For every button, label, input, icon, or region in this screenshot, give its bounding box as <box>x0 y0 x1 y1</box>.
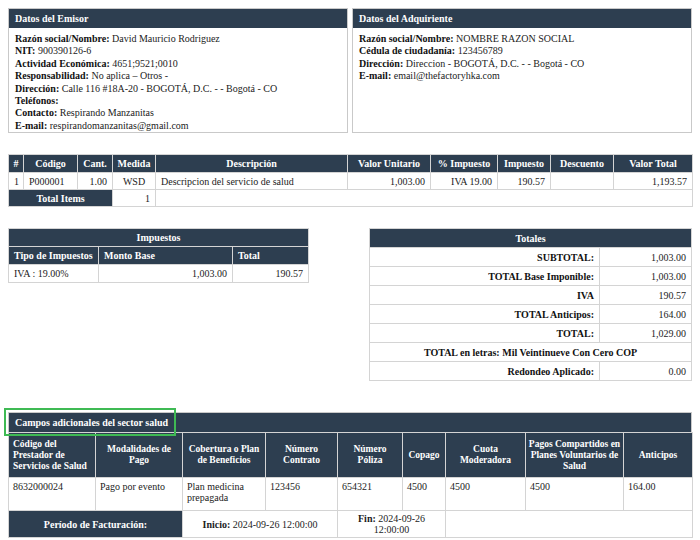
cell-anticipos: 164.00 <box>624 478 693 511</box>
field-email: E-mail: email@thefactoryhka.com <box>359 70 685 82</box>
adquiriente-panel: Datos del Adquiriente Razón social/Nombr… <box>352 8 692 133</box>
col-header-copago: Copago <box>403 433 446 478</box>
total-row-label: Redondeo Aplicado: <box>369 362 599 381</box>
items-table: # Código Cant. Medida Descripción Valor … <box>8 154 693 207</box>
field-value: 123456789 <box>458 45 503 56</box>
col-header-medida: Medida <box>113 155 156 173</box>
totales-row-base-imponible: TOTAL Base Imponible: 1,003.00 <box>369 267 691 286</box>
field-label: Teléfonos: <box>15 95 59 106</box>
field-responsabilidad: Responsabilidad: No aplica – Otros - <box>15 70 341 82</box>
total-row-value: 0.00 <box>599 362 691 381</box>
col-header-pagos-compartidos: Pagos Compartidos en Planes Voluntarios … <box>526 433 624 478</box>
cell-codigo-prestador: 8632000024 <box>9 478 96 511</box>
cell-pct-impuesto: IVA 19.00 <box>431 173 498 190</box>
salud-title-bar: Campos adicionales del sector salud <box>8 412 692 432</box>
cell-impuesto: 190.57 <box>498 173 551 190</box>
cell-modalidades-pago: Pago por evento <box>96 478 183 511</box>
col-header-modalidades-pago: Modalidades de Pago <box>96 433 183 478</box>
field-contacto: Contacto: Respirando Manzanitas <box>15 107 341 119</box>
cell-copago: 4500 <box>403 478 446 511</box>
cell-tipo-impuesto: IVA : 19.00% <box>9 265 99 283</box>
field-label: Razón social/Nombre: <box>15 33 110 44</box>
field-razon-social: Razón social/Nombre: David Mauricio Rodr… <box>15 33 341 45</box>
totales-row-total: TOTAL: 1,029.00 <box>369 324 691 343</box>
adquiriente-fields: Razón social/Nombre: NOMBRE RAZON SOCIAL… <box>353 28 691 87</box>
impuestos-table: Impuestos Tipo de Impuestos Monto Base T… <box>8 228 309 283</box>
col-header-numero-contrato: Número Contrato <box>266 433 338 478</box>
field-label: Contacto: <box>15 107 57 118</box>
fin-value: 2024-09-26 12:00:00 <box>374 513 425 535</box>
field-telefonos: Teléfonos: <box>15 95 341 107</box>
letras-label: TOTAL en letras: <box>424 347 500 358</box>
col-header-codigo-prestador: Código del Prestador de Servicios de Sal… <box>9 433 96 478</box>
cell-monto-base: 1,003.00 <box>99 265 233 283</box>
impuestos-header-row: Tipo de Impuestos Monto Base Total <box>9 247 309 265</box>
periodo-filler <box>446 511 693 538</box>
totales-row-redondeo: Redondeo Aplicado: 0.00 <box>369 362 691 381</box>
totales-table: Totales SUBTOTAL: 1,003.00 TOTAL Base Im… <box>369 228 692 381</box>
total-items-row: Total Items 1 <box>9 190 693 207</box>
col-header-anticipos: Anticipos <box>624 433 693 478</box>
field-value: email@thefactoryhka.com <box>394 70 500 81</box>
total-row-label: TOTAL Base Imponible: <box>369 267 599 286</box>
emisor-title-bar: Datos del Emisor <box>9 9 347 28</box>
field-value: Direccion - BOGOTÁ, D.C. - - Bogotá - CO <box>406 58 585 69</box>
field-razon-social: Razón social/Nombre: NOMBRE RAZON SOCIAL <box>359 33 685 45</box>
field-direccion: Dirección: Calle 116 #18A-20 - BOGOTÁ, D… <box>15 83 341 95</box>
field-direccion: Dirección: Direccion - BOGOTÁ, D.C. - - … <box>359 58 685 70</box>
cell-medida: WSD <box>113 173 156 190</box>
cell-valor-total: 1,193.57 <box>614 173 693 190</box>
col-header-cuota-moderadora: Cuota Moderadora <box>446 433 526 478</box>
field-label: E-mail: <box>359 70 391 81</box>
field-value: NOMBRE RAZON SOCIAL <box>456 33 574 44</box>
field-value: 900390126-6 <box>38 45 91 56</box>
cell-valor-unitario: 1,003.00 <box>348 173 431 190</box>
field-value: No aplica – Otros - <box>91 70 168 81</box>
col-header-descripcion: Descripción <box>156 155 348 173</box>
salud-table: Código del Prestador de Servicios de Sal… <box>8 432 693 538</box>
totales-row-anticipos: TOTAL Anticipos: 164.00 <box>369 305 691 324</box>
total-row-label: TOTAL: <box>369 324 599 343</box>
total-row-value: 1,003.00 <box>599 267 691 286</box>
impuestos-data-row: IVA : 19.00% 1,003.00 190.57 <box>9 265 309 283</box>
col-header-descuento: Descuento <box>551 155 614 173</box>
salud-section: Campos adicionales del sector salud Códi… <box>8 412 692 538</box>
field-value: respirandomanzanitas@gmail.com <box>50 120 189 131</box>
field-label: Dirección: <box>15 83 59 94</box>
total-items-value: 1 <box>113 190 156 207</box>
item-row: 1 P000001 1.00 WSD Descripcion del servi… <box>9 173 693 190</box>
col-header-cant: Cant. <box>78 155 113 173</box>
total-row-label: SUBTOTAL: <box>369 248 599 267</box>
field-label: NIT: <box>15 45 35 56</box>
field-value: Calle 116 #18A-20 - BOGOTÁ, D.C. - - Bog… <box>62 83 277 94</box>
cell-num: 1 <box>9 173 24 190</box>
totales-row-subtotal: SUBTOTAL: 1,003.00 <box>369 248 691 267</box>
periodo-inicio: Inicio: 2024-09-26 12:00:00 <box>183 511 338 538</box>
field-value: Respirando Manzanitas <box>60 107 154 118</box>
periodo-label: Período de Facturación: <box>9 511 183 538</box>
total-row-label: IVA <box>369 286 599 305</box>
field-email: E-mail: respirandomanzanitas@gmail.com <box>15 120 341 132</box>
col-header-numero-poliza: Número Póliza <box>338 433 403 478</box>
tax-totals-row: Impuestos Tipo de Impuestos Monto Base T… <box>8 228 692 381</box>
total-items-filler <box>156 190 693 207</box>
field-label: E-mail: <box>15 120 47 131</box>
field-label: Cédula de ciudadanía: <box>359 45 455 56</box>
periodo-facturacion-row: Período de Facturación: Inicio: 2024-09-… <box>9 511 693 538</box>
adquiriente-title-bar: Datos del Adquiriente <box>353 9 691 28</box>
field-label: Responsabilidad: <box>15 70 89 81</box>
emisor-panel: Datos del Emisor Razón social/Nombre: Da… <box>8 8 348 133</box>
inicio-label: Inicio: <box>203 519 231 530</box>
items-header-row: # Código Cant. Medida Descripción Valor … <box>9 155 693 173</box>
col-header-impuesto: Impuesto <box>498 155 551 173</box>
salud-data-row: 8632000024 Pago por evento Plan medicina… <box>9 478 693 511</box>
field-label: Razón social/Nombre: <box>359 33 454 44</box>
total-row-value: 190.57 <box>599 286 691 305</box>
col-header-total: Total <box>233 247 309 265</box>
invoice-page: Datos del Emisor Razón social/Nombre: Da… <box>0 0 700 540</box>
total-row-value: 164.00 <box>599 305 691 324</box>
col-header-codigo: Código <box>24 155 78 173</box>
fin-label: Fin: <box>358 513 376 524</box>
emisor-fields: Razón social/Nombre: David Mauricio Rodr… <box>9 28 347 133</box>
total-en-letras: TOTAL en letras: Mil Veintinueve Con Cer… <box>369 343 691 362</box>
